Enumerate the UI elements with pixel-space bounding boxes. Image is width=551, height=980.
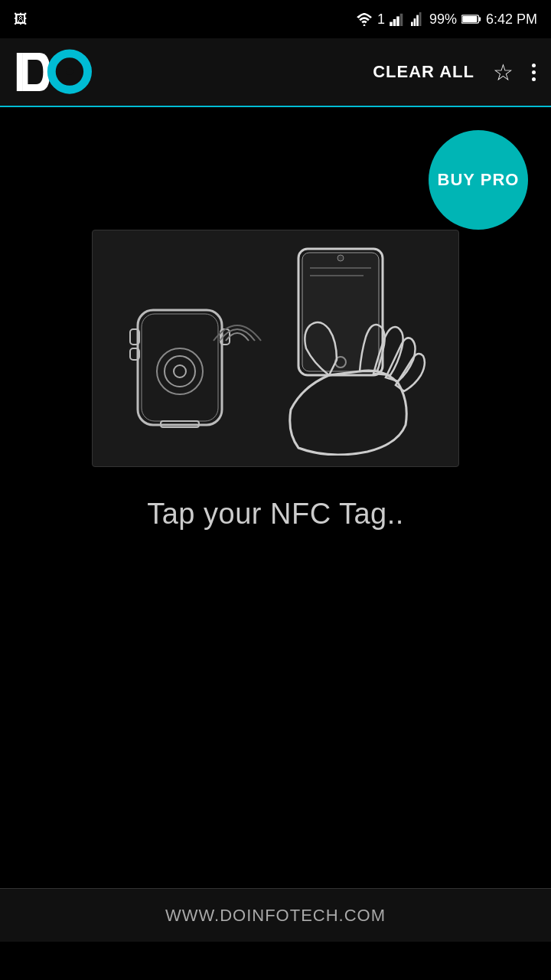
svg-point-0 [364, 24, 366, 26]
main-content: BUY PRO [0, 107, 551, 942]
toolbar: CLEAR ALL ☆ [0, 38, 551, 107]
battery-percent: 99% [429, 11, 457, 28]
dot1 [532, 64, 536, 67]
svg-point-14 [66, 68, 73, 75]
nfc-waves [214, 325, 261, 341]
svg-rect-8 [419, 12, 422, 26]
wifi-icon [356, 12, 373, 26]
status-right: 1 99% 6:42 PM [356, 11, 537, 28]
website-text: WWW.DOINFOTECH.COM [165, 906, 386, 926]
clear-all-button[interactable]: CLEAR ALL [373, 62, 474, 82]
hand-phone-group [290, 249, 425, 455]
svg-rect-2 [393, 19, 396, 26]
svg-rect-3 [396, 16, 399, 26]
dot3 [532, 77, 536, 81]
sim-badge: 1 [377, 11, 385, 28]
svg-rect-1 [390, 22, 393, 26]
svg-rect-4 [400, 14, 403, 26]
svg-rect-6 [414, 18, 416, 26]
status-bar-left: 🖼 [14, 0, 28, 38]
svg-rect-16 [142, 314, 218, 421]
app-logo [15, 48, 92, 96]
status-bar: 🖼 1 99% 6:4 [0, 0, 551, 38]
mobile-signal-icon [411, 12, 425, 26]
svg-rect-15 [138, 310, 222, 425]
svg-rect-12 [17, 53, 22, 91]
svg-rect-5 [411, 22, 413, 26]
svg-point-18 [165, 356, 195, 387]
svg-point-28 [337, 255, 344, 261]
toolbar-actions: CLEAR ALL ☆ [373, 59, 536, 86]
nfc-illustration [107, 241, 444, 456]
svg-rect-25 [302, 253, 379, 371]
tap-nfc-text: Tap your NFC Tag.. [147, 498, 404, 531]
svg-rect-10 [478, 17, 481, 21]
image-icon: 🖼 [14, 11, 28, 28]
star-icon[interactable]: ☆ [493, 59, 514, 86]
logo-container [15, 48, 92, 96]
footer: WWW.DOINFOTECH.COM [0, 888, 551, 942]
svg-point-19 [174, 365, 186, 377]
signal-icon [390, 12, 406, 26]
nfc-image [92, 230, 459, 467]
more-options-icon[interactable] [532, 60, 536, 83]
dot2 [532, 70, 536, 74]
battery-icon [461, 13, 481, 25]
nfc-tag-group [130, 310, 230, 427]
time-display: 6:42 PM [486, 11, 537, 28]
svg-rect-7 [416, 15, 419, 26]
svg-rect-11 [462, 16, 477, 22]
buy-pro-button[interactable]: BUY PRO [429, 130, 528, 230]
